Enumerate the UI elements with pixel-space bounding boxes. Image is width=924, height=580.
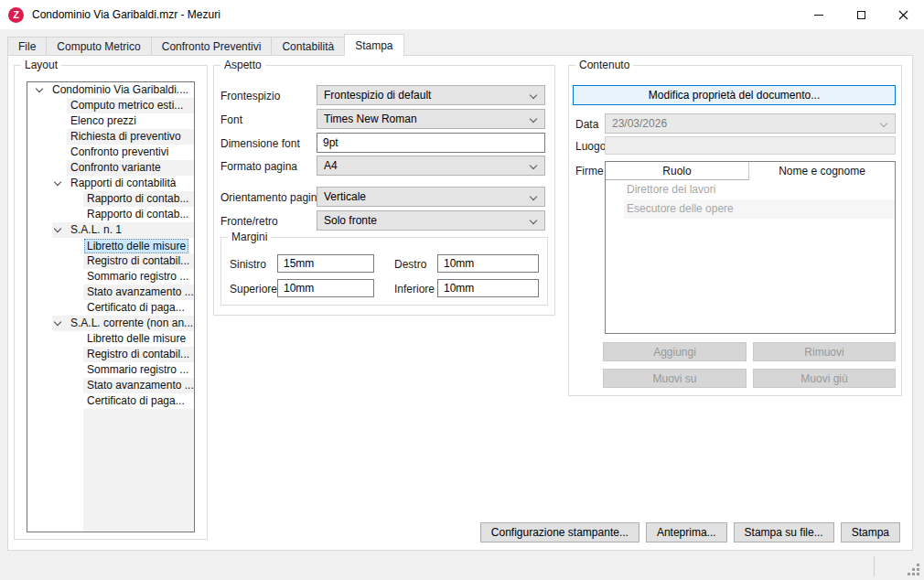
- chevron-down-icon[interactable]: [54, 318, 61, 326]
- orientamento-value: Verticale: [324, 190, 366, 203]
- chevron-down-icon[interactable]: [54, 178, 61, 186]
- chevron-down-icon: [530, 115, 537, 123]
- orientamento-select[interactable]: Verticale: [317, 187, 545, 207]
- dimensione-font-input[interactable]: [317, 133, 545, 153]
- tab-stampa[interactable]: Stampa: [344, 34, 403, 56]
- stampa-su-file-button[interactable]: Stampa su file...: [734, 522, 834, 542]
- aspetto-group-title: Aspetto: [220, 59, 265, 71]
- tree-item-label: Stato avanzamento ...: [87, 379, 194, 392]
- tree-item[interactable]: Rapporto di contab...: [27, 191, 194, 207]
- status-bar: [0, 551, 924, 580]
- frontespizio-select[interactable]: Frontespizio di default: [317, 85, 545, 105]
- font-select[interactable]: Times New Roman: [317, 109, 545, 129]
- fronte-retro-select[interactable]: Solo fronte: [317, 210, 545, 231]
- tab-confronto-preventivi[interactable]: Confronto Preventivi: [151, 37, 273, 55]
- tree-item-label: Confronto preventivi: [70, 145, 168, 159]
- tab-contabilit[interactable]: Contabilità: [271, 37, 345, 55]
- chevron-down-icon: [530, 91, 537, 99]
- status-separator: [874, 556, 875, 576]
- tree-empty-area: [27, 409, 194, 532]
- tree-item[interactable]: S.A.L. corrente (non an...: [27, 316, 194, 331]
- tree-item[interactable]: Elenco prezzi: [27, 113, 194, 129]
- tree-item-label: Rapporto di contab...: [87, 208, 188, 221]
- firme-row[interactable]: Direttore dei lavori: [606, 180, 895, 199]
- modifica-proprieta-button[interactable]: Modifica proprietà del documento...: [573, 85, 896, 105]
- chevron-down-icon[interactable]: [54, 225, 61, 232]
- tree-item[interactable]: Condominio Via Garibaldi....: [27, 82, 194, 98]
- anteprima-button[interactable]: Anteprima...: [646, 522, 727, 542]
- tree-item[interactable]: Richiesta di preventivo: [27, 129, 194, 145]
- stampa-tab-page: Layout Condominio Via Garibaldi....Compu…: [7, 55, 913, 551]
- aggiungi-button: Aggiungi: [603, 342, 747, 361]
- formato-pagina-select[interactable]: A4: [317, 156, 545, 176]
- tree-item[interactable]: Certificato di paga...: [27, 300, 194, 316]
- tree-item[interactable]: Registro di contabil...: [27, 347, 194, 362]
- rimuovi-button: Rimuovi: [753, 342, 896, 361]
- firme-row[interactable]: Esecutore delle opere: [606, 199, 895, 219]
- tab-file[interactable]: File: [7, 37, 47, 55]
- data-label: Data: [575, 118, 598, 131]
- resize-grip-icon[interactable]: [908, 564, 920, 576]
- frontespizio-value: Frontespizio di default: [324, 89, 431, 102]
- fronte-retro-value: Solo fronte: [324, 214, 377, 227]
- tree-item-label: Rapporti di contabilità: [70, 177, 176, 190]
- tree-item[interactable]: Stato avanzamento ...: [27, 378, 194, 393]
- tree-item-label: Sommario registro ...: [87, 270, 188, 284]
- sinistro-input[interactable]: [277, 254, 374, 273]
- luogo-input: [605, 136, 896, 155]
- tree-item[interactable]: Libretto delle misure: [27, 331, 194, 347]
- mezuri-logo-icon: Z: [8, 7, 24, 23]
- tree-item-label: Certificato di paga...: [87, 301, 185, 315]
- firme-label: Firme: [575, 165, 604, 177]
- chevron-down-icon: [880, 120, 887, 127]
- orientamento-label: Orientamento pagina: [220, 191, 323, 204]
- configurazione-stampante-button[interactable]: Configurazione stampante...: [480, 522, 639, 542]
- tree-item[interactable]: Sommario registro ...: [27, 269, 194, 285]
- tree-item-label: Stato avanzamento ...: [87, 285, 194, 299]
- tree-item[interactable]: Rapporti di contabilità: [27, 176, 194, 191]
- app-window: Z Condominio Via Garibaldi.mzr - Mezuri …: [0, 0, 924, 580]
- tree-item-label: Registro di contabil...: [87, 348, 189, 361]
- stampa-button[interactable]: Stampa: [841, 522, 900, 542]
- firme-col-ruolo[interactable]: Ruolo: [606, 162, 749, 180]
- tree-item[interactable]: Stato avanzamento ...: [27, 285, 194, 300]
- superiore-input[interactable]: [277, 279, 374, 297]
- tree-item[interactable]: Confronto variante: [27, 160, 194, 176]
- title-bar: Z Condominio Via Garibaldi.mzr - Mezuri: [0, 0, 924, 29]
- tree-item[interactable]: S.A.L. n. 1: [27, 222, 194, 238]
- tree-item[interactable]: Sommario registro ...: [27, 362, 194, 378]
- tree-item-label: Rapporto di contab...: [87, 192, 188, 206]
- tab-computo-metrico[interactable]: Computo Metrico: [46, 37, 151, 55]
- muovi-su-button: Muovi su: [603, 369, 747, 388]
- minimize-icon[interactable]: [798, 0, 840, 29]
- tree-item-label: Computo metrico esti...: [70, 99, 183, 113]
- chevron-down-icon[interactable]: [36, 85, 43, 92]
- firme-col-nome[interactable]: Nome e cognome: [749, 162, 895, 180]
- font-label: Font: [220, 113, 242, 126]
- tree-item[interactable]: Confronto preventivi: [27, 145, 194, 160]
- inferiore-input[interactable]: [437, 279, 539, 297]
- window-title: Condominio Via Garibaldi.mzr - Mezuri: [32, 8, 220, 21]
- sinistro-label: Sinistro: [230, 258, 266, 271]
- tree-item-label: Sommario registro ...: [87, 363, 188, 377]
- font-value: Times New Roman: [324, 113, 417, 125]
- destro-input[interactable]: [437, 254, 539, 273]
- tree-item-label: Confronto variante: [70, 161, 161, 175]
- chevron-down-icon: [530, 193, 537, 200]
- tree-item[interactable]: Registro di contabil...: [27, 253, 194, 269]
- firme-nome-cell: [749, 199, 895, 219]
- tree-item[interactable]: Libretto delle misure: [27, 238, 194, 253]
- tree-item-label: S.A.L. n. 1: [70, 223, 122, 237]
- tree-item[interactable]: Certificato di paga...: [27, 393, 194, 409]
- inferiore-label: Inferiore: [394, 283, 435, 295]
- firme-table[interactable]: Ruolo Nome e cognome Direttore dei lavor…: [605, 161, 896, 334]
- tree-item-label: Certificato di paga...: [87, 394, 185, 408]
- close-icon[interactable]: [882, 0, 924, 29]
- fronte-retro-label: Fronte/retro: [220, 215, 278, 228]
- firme-ruolo-cell: Direttore dei lavori: [606, 180, 749, 199]
- tree-item[interactable]: Rapporto di contab...: [27, 207, 194, 222]
- tree-item-label: Condominio Via Garibaldi....: [52, 83, 188, 97]
- tree-item[interactable]: Computo metrico esti...: [27, 98, 194, 113]
- maximize-icon[interactable]: [840, 0, 882, 29]
- document-tree[interactable]: Condominio Via Garibaldi....Computo metr…: [27, 81, 195, 532]
